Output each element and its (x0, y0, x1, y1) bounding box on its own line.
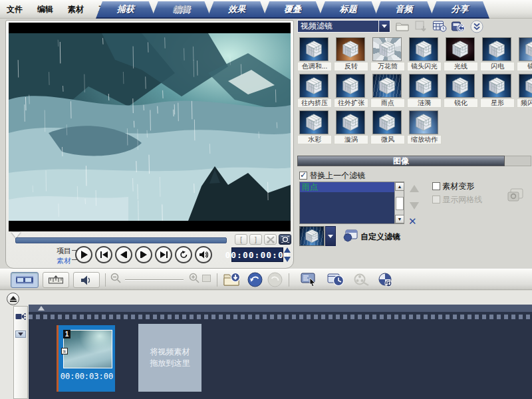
filter-item[interactable]: 缩放动作 (406, 109, 443, 146)
filter-item[interactable]: 万花筒 (370, 36, 406, 72)
prev-frame-button[interactable] (115, 246, 132, 263)
batch-convert-button[interactable] (327, 273, 344, 287)
scrollbar-thumb[interactable] (396, 197, 404, 210)
zoom-out-button[interactable] (110, 273, 121, 283)
preview-timecode[interactable]: 00:00:00:00 (231, 247, 283, 262)
timeline-zoom-slider[interactable] (125, 279, 184, 281)
gallery-dropdown[interactable]: 视频滤镜 (297, 20, 390, 33)
gallery-dropdown-value: 视频滤镜 (298, 21, 378, 32)
zoom-in-button[interactable] (189, 273, 200, 283)
storyboard-area[interactable]: 1 ≈ 00:00:03:00 将视频素材 拖放到这里 (29, 305, 532, 399)
delete-filter-button[interactable]: ✕ (408, 215, 417, 227)
clip-deform-row[interactable]: 素材变形 (432, 181, 474, 192)
menu-item[interactable]: 编辑 (37, 4, 53, 15)
undo-button[interactable] (247, 272, 263, 287)
library-manager-button[interactable] (432, 19, 447, 33)
filter-item[interactable]: 星形 (479, 72, 516, 109)
filter-item[interactable]: 锐化 (443, 72, 479, 109)
play-button[interactable] (75, 246, 92, 263)
mark-out-button[interactable]: ] (249, 234, 262, 245)
filter-item[interactable]: 雨点 (370, 72, 406, 109)
repeat-button[interactable] (175, 246, 192, 263)
load-library-button[interactable] (395, 19, 410, 33)
position-marker-icon (38, 306, 45, 311)
customize-filter-button[interactable] (343, 229, 358, 242)
applied-filter-scrollbar[interactable]: ▲ ▼ (394, 182, 404, 223)
auto-music-button[interactable] (378, 273, 394, 287)
sort-refresh-icon (452, 21, 466, 33)
volume-button[interactable] (195, 246, 212, 263)
cube-icon (487, 39, 507, 59)
insert-media-button[interactable] (223, 272, 241, 287)
deform-tool-button (507, 188, 524, 202)
menu-item[interactable]: 素材 (68, 4, 84, 15)
step-tab[interactable]: 覆叠 (263, 1, 323, 19)
video-track-header[interactable] (13, 306, 28, 399)
step-tab[interactable]: 分享 (430, 1, 489, 19)
cube-icon (304, 39, 324, 59)
step-tab-label: 覆叠 (284, 3, 301, 15)
attribute-tab-label: 图像 (393, 156, 409, 167)
filter-item[interactable]: 微风 (370, 109, 406, 146)
enlarge-preview-button[interactable] (279, 234, 291, 245)
replace-filter-row[interactable]: 替换上一个滤镜 (299, 170, 365, 182)
filter-item[interactable]: 光线 (443, 36, 479, 72)
dropdown-arrow-icon (378, 21, 390, 32)
smart-proxy-button[interactable] (301, 273, 317, 287)
filter-item[interactable]: 反转 (333, 36, 370, 72)
filter-item[interactable]: 水彩 (297, 109, 333, 146)
end-button[interactable] (155, 246, 172, 263)
next-frame-button[interactable] (135, 246, 152, 263)
filter-item[interactable]: 镜像 (516, 36, 532, 72)
step-tab-label: 分享 (451, 3, 468, 15)
mode-clip-label[interactable]: 素材 (49, 256, 71, 266)
expand-library-button[interactable] (469, 19, 484, 33)
applied-filter-list[interactable]: 雨点 ▲ ▼ (299, 182, 404, 224)
home-button[interactable] (95, 246, 112, 263)
filter-item[interactable]: 涟漪 (406, 72, 443, 109)
selected-filter-thumbnail[interactable] (299, 226, 325, 246)
filter-item[interactable]: 频闪动作 (516, 72, 532, 109)
filter-item[interactable]: 往内挤压 (297, 72, 333, 109)
track-collapse-button[interactable] (15, 331, 26, 338)
scroll-up-icon[interactable]: ▲ (395, 182, 404, 191)
cube-icon (377, 76, 397, 96)
swap-track-button[interactable] (7, 293, 19, 305)
step-tab[interactable]: 编辑 (152, 1, 211, 19)
trim-bar[interactable] (15, 237, 227, 243)
filter-thumbnail (372, 37, 402, 61)
timeline-view-button[interactable] (43, 272, 69, 288)
filter-item[interactable]: 往外扩张 (333, 72, 370, 109)
filter-item[interactable]: 色调和... (297, 36, 333, 72)
storyboard-view-button[interactable] (11, 272, 39, 288)
cut-clip-button[interactable] (264, 234, 277, 245)
filter-item[interactable]: 漩涡 (333, 109, 370, 146)
applied-filter-item[interactable]: 雨点 (300, 182, 394, 192)
mark-in-button[interactable]: [ (235, 234, 247, 245)
filter-preset-dropdown[interactable] (325, 226, 336, 246)
step-tab[interactable]: 标题 (319, 1, 378, 19)
step-forward-icon (140, 251, 147, 258)
step-tab[interactable]: 音频 (374, 1, 434, 19)
clip-number-badge: 1 (63, 330, 70, 338)
clip-deform-checkbox[interactable] (432, 182, 440, 190)
filter-item[interactable]: 镜头闪光 (406, 36, 443, 72)
attribute-tab-image[interactable]: 图像 (297, 156, 505, 166)
filter-name: 频闪动作 (517, 98, 532, 108)
drop-placeholder[interactable]: 将视频素材 拖放到这里 (138, 324, 201, 392)
replace-filter-checkbox[interactable] (299, 172, 307, 180)
video-frame (9, 33, 291, 221)
customize-filter-label[interactable]: 自定义滤镜 (360, 231, 400, 243)
step-tab[interactable]: 捕获 (96, 1, 156, 19)
scroll-down-icon[interactable]: ▼ (395, 215, 404, 223)
filter-item[interactable]: 闪电 (479, 36, 516, 72)
sort-library-button[interactable] (451, 19, 466, 33)
menu-item[interactable]: 文件 (7, 4, 23, 15)
screen-cursor-icon (301, 273, 317, 287)
mode-project-label[interactable]: 项目 (49, 246, 71, 256)
filter-thumbnail (519, 37, 532, 61)
audio-view-button[interactable] (73, 272, 100, 288)
step-tab[interactable]: 效果 (207, 1, 267, 19)
timecode-stepper[interactable] (284, 247, 291, 262)
timeline-clip-selected[interactable]: 1 ≈ 00:00:03:00 (57, 325, 115, 392)
